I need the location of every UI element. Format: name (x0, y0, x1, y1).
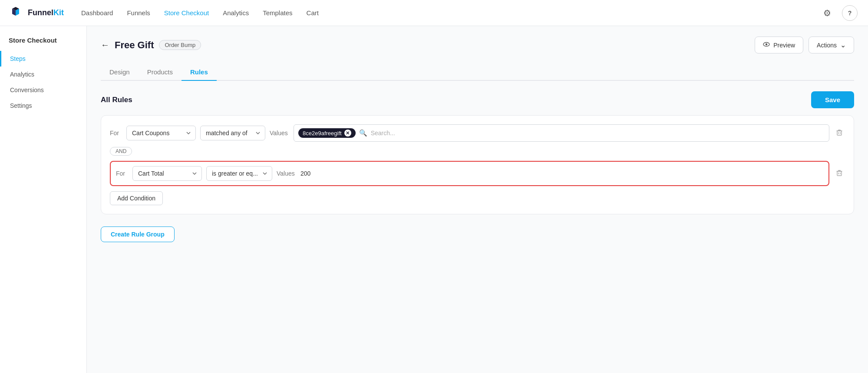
trash-icon-2 (835, 169, 843, 179)
tab-products[interactable]: Products (139, 64, 182, 81)
values-input-area-1: 8ce2e9afreegift ✕ 🔍 Search... (294, 124, 829, 142)
page-header: ← Free Gift Order Bump Preview Actio (101, 37, 854, 53)
rules-header: All Rules Save (101, 91, 854, 108)
back-button[interactable]: ← (101, 40, 109, 50)
tab-rules[interactable]: Rules (182, 64, 217, 81)
top-nav: FunnelKit Dashboard Funnels Store Checko… (0, 0, 868, 26)
nav-actions: ⚙ ? (819, 5, 858, 21)
rule-group: For Cart Coupons matched any of Values 8… (101, 115, 854, 214)
values-input-2[interactable] (300, 170, 823, 177)
and-badge: AND (110, 147, 132, 156)
operator-select-2[interactable]: is greater or eq... (206, 166, 272, 181)
svg-rect-6 (837, 171, 842, 176)
nav-analytics[interactable]: Analytics (223, 9, 249, 17)
tag-text: 8ce2e9afreegift (303, 130, 342, 137)
chevron-down-icon: ⌄ (840, 41, 846, 49)
delete-row-1-button[interactable] (834, 127, 845, 140)
eye-icon (763, 41, 770, 49)
tabs: Design Products Rules (101, 64, 854, 81)
nav-cart[interactable]: Cart (307, 9, 319, 17)
sidebar-item-settings[interactable]: Settings (0, 98, 86, 113)
help-button[interactable]: ? (842, 5, 858, 21)
page-title: Free Gift (115, 40, 154, 51)
search-icon: 🔍 (359, 129, 367, 137)
gear-icon: ⚙ (823, 8, 831, 18)
page-badge: Order Bump (159, 40, 201, 50)
create-rule-group-button[interactable]: Create Rule Group (101, 226, 175, 242)
save-button[interactable]: Save (811, 91, 854, 108)
back-icon: ← (101, 40, 109, 50)
nav-store-checkout[interactable]: Store Checkout (164, 9, 209, 17)
sidebar-title: Store Checkout (0, 37, 86, 51)
preview-label: Preview (773, 42, 795, 49)
search-placeholder: Search... (371, 130, 395, 137)
logo[interactable]: FunnelKit (10, 5, 64, 21)
page-header-left: ← Free Gift Order Bump (101, 40, 201, 51)
nav-links: Dashboard Funnels Store Checkout Analyti… (81, 9, 819, 17)
sidebar: Store Checkout Steps Analytics Conversio… (0, 26, 87, 373)
svg-rect-2 (837, 131, 842, 135)
condition-select-2[interactable]: Cart Total (132, 166, 202, 181)
app-layout: Store Checkout Steps Analytics Conversio… (0, 26, 868, 373)
values-label-2: Values (277, 170, 296, 177)
rule-row-1: For Cart Coupons matched any of Values 8… (110, 124, 845, 142)
settings-button[interactable]: ⚙ (819, 5, 835, 21)
nav-funnels[interactable]: Funnels (127, 9, 150, 17)
rule-row-2-highlighted: For Cart Total is greater or eq... Value… (110, 161, 829, 186)
actions-button[interactable]: Actions ⌄ (809, 37, 854, 53)
page-header-right: Preview Actions ⌄ (755, 37, 854, 53)
operator-select-1[interactable]: matched any of (200, 126, 265, 140)
logo-funnel: Funnel (28, 8, 53, 17)
rules-title: All Rules (101, 96, 132, 104)
trash-icon-1 (835, 128, 843, 138)
nav-templates[interactable]: Templates (263, 9, 292, 17)
main-content: ← Free Gift Order Bump Preview Actio (87, 26, 868, 373)
actions-label: Actions (817, 42, 837, 49)
sidebar-item-steps[interactable]: Steps (0, 51, 86, 67)
condition-select-1[interactable]: Cart Coupons (126, 126, 196, 140)
preview-button[interactable]: Preview (755, 37, 803, 53)
sidebar-item-conversions[interactable]: Conversions (0, 82, 86, 98)
nav-dashboard[interactable]: Dashboard (81, 9, 113, 17)
tab-design[interactable]: Design (101, 64, 139, 81)
sidebar-item-analytics[interactable]: Analytics (0, 67, 86, 82)
delete-row-2-button[interactable] (834, 167, 845, 180)
logo-kit: Kit (53, 8, 64, 17)
question-icon: ? (848, 10, 852, 17)
values-label-1: Values (270, 130, 289, 137)
logo-icon (10, 5, 26, 21)
for-label-2: For (116, 170, 128, 177)
for-label-1: For (110, 130, 122, 137)
add-condition-button[interactable]: Add Condition (110, 191, 163, 205)
tag-coupon: 8ce2e9afreegift ✕ (298, 128, 356, 138)
tag-close-button[interactable]: ✕ (344, 130, 351, 137)
svg-point-1 (766, 43, 767, 45)
